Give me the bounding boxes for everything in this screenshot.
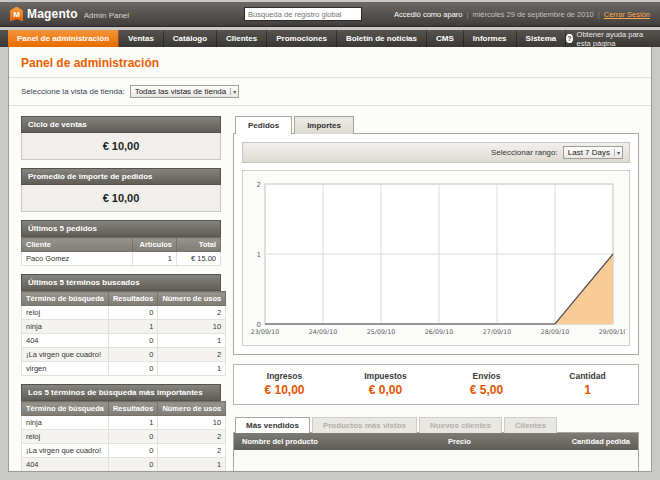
tab-importes[interactable]: Importes (294, 116, 354, 134)
svg-text:2: 2 (257, 181, 261, 189)
table-cell: 0 (108, 348, 157, 362)
nav-item[interactable]: Panel de administración (8, 30, 119, 47)
table-cell: 1 (158, 334, 226, 348)
page-title: Panel de administración (21, 56, 639, 70)
grid-header: Nombre del productoPrecioCantidad pedida (234, 433, 638, 450)
table-cell: 0 (108, 430, 157, 444)
svg-text:24/09/10: 24/09/10 (309, 328, 337, 335)
nav-item[interactable]: Ventas (119, 30, 164, 47)
chevron-down-icon: ▾ (614, 149, 620, 156)
nav-item[interactable]: Informes (464, 30, 517, 47)
sidebar-table-box: Últimos 5 términos buscadosTérmino de bú… (21, 274, 221, 376)
table-row[interactable]: reloj02 (22, 306, 226, 320)
nav-item[interactable]: Promociones (267, 30, 337, 47)
table-cell: ¡La virgen que cuadro! (22, 444, 109, 458)
column-header: Resultados (108, 292, 157, 306)
table-row[interactable]: 40401 (22, 458, 226, 472)
table-cell: 10 (158, 416, 226, 430)
table-cell: 2 (158, 348, 226, 362)
main-nav: Panel de administraciónVentasCatálogoCli… (0, 30, 660, 47)
grid-tab[interactable]: Más vendidos (235, 417, 310, 433)
svg-text:23/09/10: 23/09/10 (251, 328, 279, 335)
grid-empty-row: No se encontraron registros. (234, 450, 638, 472)
stat-label: Cantidad (537, 371, 638, 381)
stat-label: Envíos (436, 371, 537, 381)
summary-value: € 10,00 (21, 185, 221, 212)
table-cell: virge (22, 472, 109, 473)
store-view-select[interactable]: Todas las vistas de tienda ▾ (130, 85, 240, 98)
table-row[interactable]: 40401 (22, 334, 226, 348)
svg-text:28/09/10: 28/09/10 (541, 328, 569, 335)
grid-empty-text: No se encontraron registros. (382, 471, 489, 472)
table-cell: 404 (22, 458, 109, 472)
grid-tab: Clientes (504, 417, 557, 433)
sidebar-table-box: Últimos 5 pedidosClienteArtículosTotalPa… (21, 220, 221, 266)
page-help-link[interactable]: ? Obtener ayuda para esta página (566, 30, 652, 47)
section-title: Últimos 5 términos buscados (21, 274, 221, 291)
admin-page: M Magento Admin Panel Accedió como aparo… (0, 2, 660, 472)
table-row[interactable]: reloj02 (22, 430, 226, 444)
table-cell: 1 (108, 416, 157, 430)
column-header: Número de usos (158, 402, 226, 416)
sidebar-table-box: Los 5 términos de búsqueda más important… (21, 384, 221, 472)
grid-tab: Nuevos clientes (419, 417, 502, 433)
table-cell: 1 (108, 320, 157, 334)
section-title: Promedio de importe de pedidos (21, 168, 221, 185)
table-cell: ¡La virgen que cuadro! (22, 348, 109, 362)
table-row[interactable]: ¡La virgen que cuadro!02 (22, 348, 226, 362)
table-cell: 0 (108, 362, 157, 376)
stat-value: € 5,00 (436, 383, 537, 397)
magento-logo-icon: M (10, 7, 23, 22)
grid-column-header: Precio (448, 437, 538, 446)
svg-text:1: 1 (257, 251, 261, 259)
table-row[interactable]: Paco Gomez1€ 15.00 (22, 252, 221, 266)
table-cell: 0 (108, 334, 157, 348)
nav-item[interactable]: Sistema (517, 30, 567, 47)
column-header: Número de usos (158, 292, 226, 306)
nav-item[interactable]: CMS (427, 30, 464, 47)
column-header: Término de búsqueda (22, 402, 109, 416)
table-row[interactable]: ¡La virgen que cuadro!02 (22, 444, 226, 458)
table-row[interactable]: ninja110 (22, 416, 226, 430)
table-row[interactable]: ninja110 (22, 320, 226, 334)
svg-text:27/09/10: 27/09/10 (483, 328, 511, 335)
grid-column-header: Cantidad pedida (538, 437, 630, 446)
range-value: Last 7 Days (568, 148, 610, 157)
logo-text: Magento (27, 7, 78, 21)
nav-item[interactable]: Boletín de noticias (337, 30, 427, 47)
nav-item[interactable]: Catálogo (164, 30, 217, 47)
help-label: Obtener ayuda para esta página (577, 30, 652, 48)
table-cell: 2 (158, 444, 226, 458)
table-cell: 0 (108, 458, 157, 472)
table-row[interactable]: virge01 (22, 472, 226, 473)
table-cell: virgen (22, 362, 109, 376)
summary-box: Promedio de importe de pedidos€ 10,00 (21, 168, 221, 212)
table-cell: Paco Gomez (22, 252, 133, 266)
table-cell: 0 (108, 444, 157, 458)
magento-logo[interactable]: M Magento Admin Panel (10, 7, 129, 22)
nav-item[interactable]: Clientes (217, 30, 267, 47)
sidebar-table: Término de búsquedaResultadosNúmero de u… (21, 401, 226, 472)
range-select[interactable]: Last 7 Days ▾ (563, 146, 623, 159)
summary-box: Ciclo de ventas€ 10,00 (21, 116, 221, 160)
chart-toolbar: Seleccionar rango: Last 7 Days ▾ (242, 142, 630, 163)
table-cell: 1 (158, 458, 226, 472)
table-cell: ninja (22, 416, 109, 430)
nav-items: Panel de administraciónVentasCatálogoCli… (8, 30, 566, 47)
global-search-input[interactable] (244, 7, 362, 21)
separator: | (598, 10, 600, 19)
stat-cell: Ingresos€ 10,00 (234, 371, 335, 397)
logo-subtitle: Admin Panel (84, 11, 129, 20)
grid-tabs: Más vendidosProductos más vistosNuevos c… (233, 417, 639, 433)
logout-link[interactable]: Cerrar Sesión (604, 10, 650, 19)
sidebar-table: Término de búsquedaResultadosNúmero de u… (21, 291, 226, 376)
stat-label: Impuestos (335, 371, 436, 381)
separator: | (466, 10, 468, 19)
stat-value: 1 (537, 383, 638, 397)
table-row[interactable]: virgen01 (22, 362, 226, 376)
stat-cell: Envíos€ 5,00 (436, 371, 537, 397)
dashboard-sidebar: Ciclo de ventas€ 10,00Promedio de import… (21, 116, 221, 472)
store-view-value: Todas las vistas de tienda (135, 87, 227, 96)
tab-pedidos[interactable]: Pedidos (235, 116, 292, 134)
help-icon: ? (566, 34, 572, 43)
